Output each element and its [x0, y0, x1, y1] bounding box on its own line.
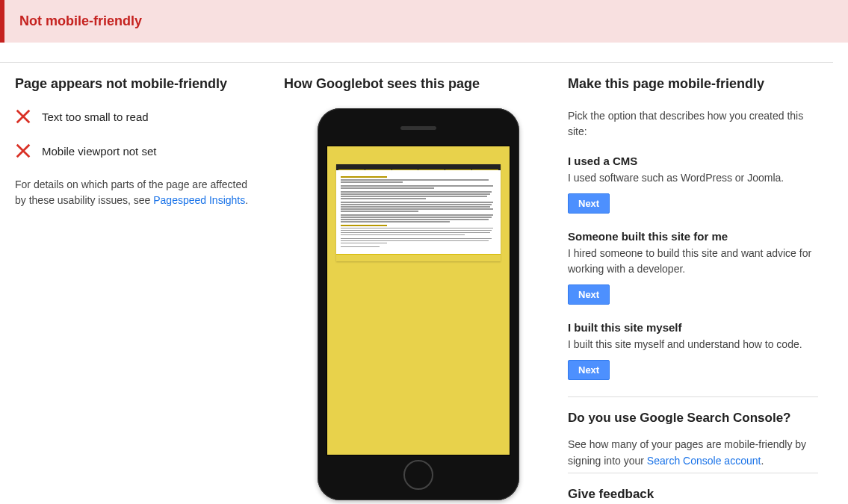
next-button[interactable]: Next: [568, 193, 610, 214]
phone-mockup: [318, 108, 519, 500]
mock-navbar: [336, 164, 501, 170]
status-banner: Not mobile-friendly: [0, 0, 848, 43]
feedback-section: Give feedback Encountered an issue with …: [568, 473, 818, 504]
search-console-heading: Do you use Google Search Console?: [568, 411, 818, 426]
details-text: For details on which parts of the page a…: [15, 177, 269, 208]
search-console-section: Do you use Google Search Console? See ho…: [568, 396, 818, 470]
next-button[interactable]: Next: [568, 284, 610, 305]
option-title: I used a CMS: [568, 155, 818, 167]
banner-text: Not mobile-friendly: [19, 13, 142, 28]
sc-suffix: .: [761, 455, 764, 467]
option-desc: I used software such as WordPress or Joo…: [568, 170, 818, 186]
option-title: Someone built this site for me: [568, 230, 818, 243]
actions-intro: Pick the option that describes how you c…: [568, 108, 818, 140]
feedback-heading: Give feedback: [568, 487, 818, 502]
details-suffix: .: [245, 194, 248, 206]
actions-column: Make this page mobile-friendly Pick the …: [568, 62, 833, 504]
issue-label: Text too small to read: [42, 111, 149, 123]
preview-heading: How Googlebot sees this page: [284, 76, 553, 92]
option-built-myself: I built this site myself I built this si…: [568, 321, 818, 380]
issue-label: Mobile viewport not set: [42, 145, 156, 158]
mock-footer: [336, 254, 501, 261]
option-title: I built this site myself: [568, 321, 818, 334]
x-icon: [15, 108, 31, 125]
actions-heading: Make this page mobile-friendly: [568, 76, 818, 92]
search-console-link[interactable]: Search Console account: [647, 455, 761, 467]
preview-column: How Googlebot sees this page: [284, 62, 568, 504]
issues-heading: Page appears not mobile-friendly: [15, 76, 269, 92]
phone-screen: [326, 146, 510, 455]
mock-body: [336, 170, 501, 251]
search-console-text: See how many of your pages are mobile-fr…: [568, 436, 818, 470]
option-cms: I used a CMS I used software such as Wor…: [568, 155, 818, 214]
option-desc: I built this site myself and understand …: [568, 337, 818, 352]
issues-column: Page appears not mobile-friendly Text to…: [0, 62, 284, 504]
next-button[interactable]: Next: [568, 360, 610, 380]
main-columns: Page appears not mobile-friendly Text to…: [0, 62, 848, 504]
option-desc: I hired someone to build this site and w…: [568, 246, 818, 277]
issue-row: Mobile viewport not set: [15, 143, 269, 159]
rendered-page: [336, 164, 501, 261]
x-icon: [15, 143, 31, 159]
pagespeed-link[interactable]: Pagespeed Insights: [153, 194, 245, 206]
option-someone-built: Someone built this site for me I hired s…: [568, 230, 818, 305]
issue-row: Text too small to read: [15, 108, 269, 125]
